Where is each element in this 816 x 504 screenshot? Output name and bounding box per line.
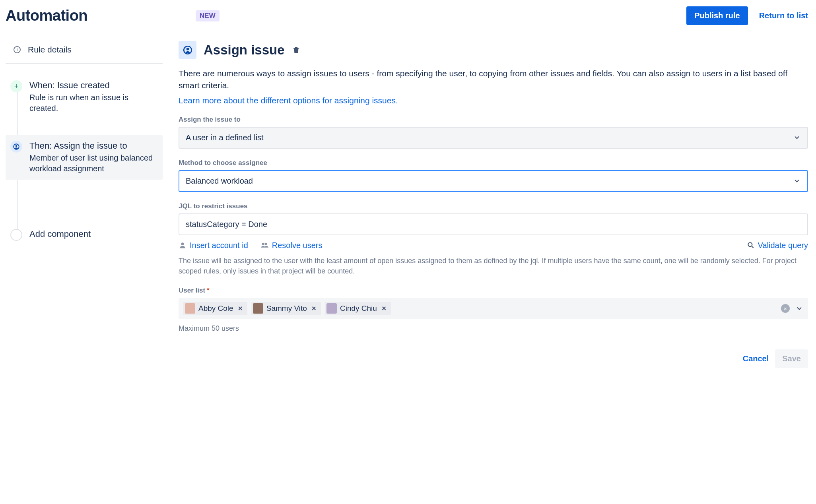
chevron-down-icon xyxy=(793,134,801,142)
jql-input[interactable]: statusCategory = Done xyxy=(179,213,808,235)
step-title: When: Issue created xyxy=(29,80,159,91)
chevron-down-icon[interactable] xyxy=(795,304,803,312)
user-chip: Abby Cole × xyxy=(183,302,247,315)
description: There are numerous ways to assign issues… xyxy=(179,68,808,92)
new-badge: NEW xyxy=(196,10,220,21)
clear-all-icon[interactable]: × xyxy=(781,304,790,313)
layout: i Rule details + When: Issue created Rul… xyxy=(6,41,808,368)
svg-point-1 xyxy=(16,145,17,147)
user-chip-label: Sammy Vito xyxy=(266,304,307,313)
cancel-button[interactable]: Cancel xyxy=(743,354,769,363)
required-star: * xyxy=(207,287,210,294)
user-list-label: User list* xyxy=(179,287,808,295)
learn-more-link[interactable]: Learn more about the different options f… xyxy=(179,96,398,105)
remove-icon[interactable]: × xyxy=(380,304,388,313)
method-select[interactable]: Balanced workload xyxy=(179,170,808,192)
avatar xyxy=(253,303,263,314)
chevron-down-icon xyxy=(793,177,801,185)
step-trigger[interactable]: + When: Issue created Rule is run when a… xyxy=(6,75,163,119)
assign-to-select[interactable]: A user in a defined list xyxy=(179,127,808,149)
empty-circle-icon xyxy=(10,229,22,241)
jql-label: JQL to restrict issues xyxy=(179,202,808,210)
search-icon xyxy=(747,241,755,249)
assign-to-value: A user in a defined list xyxy=(186,133,264,142)
user-chip-label: Abby Cole xyxy=(198,304,233,313)
insert-account-id-link[interactable]: Insert account id xyxy=(179,241,248,250)
user-list-picker[interactable]: Abby Cole × Sammy Vito × Cindy Chiu × × xyxy=(179,298,808,319)
step-action-assign[interactable]: Then: Assign the issue to Member of user… xyxy=(6,135,163,180)
add-component-label: Add component xyxy=(29,229,91,241)
validate-query-link[interactable]: Validate query xyxy=(747,241,808,250)
step-title: Then: Assign the issue to xyxy=(29,141,159,151)
jql-value: statusCategory = Done xyxy=(186,220,267,229)
jql-helpers: Insert account id Resolve users Validate… xyxy=(179,241,808,250)
save-button[interactable]: Save xyxy=(775,349,808,368)
assign-to-label: Assign the issue to xyxy=(179,116,808,124)
step-list: + When: Issue created Rule is run when a… xyxy=(6,75,163,246)
user-chip-label: Cindy Chiu xyxy=(340,304,377,313)
main-title: Assign issue xyxy=(204,43,285,58)
svg-point-7 xyxy=(748,243,752,247)
info-icon: i xyxy=(14,46,21,53)
return-to-list-link[interactable]: Return to list xyxy=(759,11,808,20)
remove-icon[interactable]: × xyxy=(310,304,318,313)
main-heading: Assign issue xyxy=(179,41,808,59)
main-panel: Assign issue There are numerous ways to … xyxy=(179,41,808,368)
svg-point-6 xyxy=(264,243,267,245)
page-title: Automation xyxy=(6,7,87,24)
method-value: Balanced workload xyxy=(186,176,253,186)
plus-icon: + xyxy=(10,80,22,92)
delete-icon[interactable] xyxy=(292,46,301,54)
svg-point-3 xyxy=(186,48,189,50)
sidebar: i Rule details + When: Issue created Rul… xyxy=(6,41,163,368)
assign-issue-icon xyxy=(179,41,196,59)
rule-details-label: Rule details xyxy=(28,45,72,54)
step-subtitle: Rule is run when an issue is created. xyxy=(29,92,159,114)
person-icon xyxy=(10,141,22,153)
step-subtitle: Member of user list using balanced workl… xyxy=(29,153,159,174)
header-left: Automation NEW xyxy=(6,7,220,24)
resolve-users-link[interactable]: Resolve users xyxy=(260,241,323,250)
footer-actions: Cancel Save xyxy=(179,349,808,368)
avatar xyxy=(185,303,195,314)
user-chip: Sammy Vito × xyxy=(251,302,321,315)
remove-icon[interactable]: × xyxy=(237,304,244,313)
header-right: Publish rule Return to list xyxy=(686,6,808,25)
max-users-hint: Maximum 50 users xyxy=(179,323,808,333)
people-icon xyxy=(260,241,269,249)
method-label: Method to choose assignee xyxy=(179,159,808,167)
rule-details-item[interactable]: i Rule details xyxy=(6,41,163,64)
svg-point-4 xyxy=(181,243,184,246)
person-icon xyxy=(179,241,187,249)
svg-point-5 xyxy=(262,243,264,245)
publish-rule-button[interactable]: Publish rule xyxy=(686,6,748,25)
jql-hint: The issue will be assigned to the user w… xyxy=(179,256,808,276)
avatar xyxy=(326,303,337,314)
user-chip: Cindy Chiu × xyxy=(325,302,391,315)
add-component-item[interactable]: Add component xyxy=(6,223,163,246)
header: Automation NEW Publish rule Return to li… xyxy=(6,6,808,25)
